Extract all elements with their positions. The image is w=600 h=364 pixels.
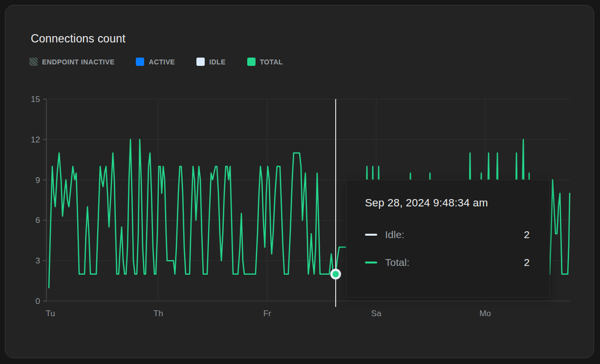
x-tick-label: Fr [263, 309, 271, 318]
y-tick-label: 15 [31, 95, 40, 104]
tooltip-row-idle: Idle:2 [365, 229, 530, 241]
y-tick-label: 3 [36, 256, 40, 265]
series-dash-icon [365, 234, 377, 236]
page: { "card": { "title": "Connections count"… [0, 0, 600, 364]
series-dash-icon [365, 262, 377, 263]
y-tick-label: 12 [31, 135, 40, 144]
tooltip-rows: Idle:2Total:2 [365, 229, 530, 268]
y-tick-label: 0 [36, 297, 40, 306]
tooltip-timestamp: Sep 28, 2024 9:48:34 am [365, 197, 530, 209]
tooltip-row-value: 2 [524, 257, 530, 268]
tooltip-row-total: Total:2 [365, 257, 530, 268]
y-tick-label: 6 [36, 216, 40, 225]
x-tick-label: Mo [479, 309, 491, 318]
y-tick-label: 9 [36, 176, 40, 185]
chart-tooltip: Sep 28, 2024 9:48:34 am Idle:2Total:2 [346, 180, 550, 298]
tooltip-row-label: Total: [385, 257, 409, 268]
tooltip-row-label: Idle: [385, 229, 405, 241]
x-tick-label: Sa [371, 309, 382, 318]
tooltip-row-value: 2 [524, 229, 530, 241]
hover-marker-dot [333, 271, 339, 277]
x-tick-label: Tu [45, 309, 55, 318]
x-tick-label: Th [153, 309, 163, 318]
